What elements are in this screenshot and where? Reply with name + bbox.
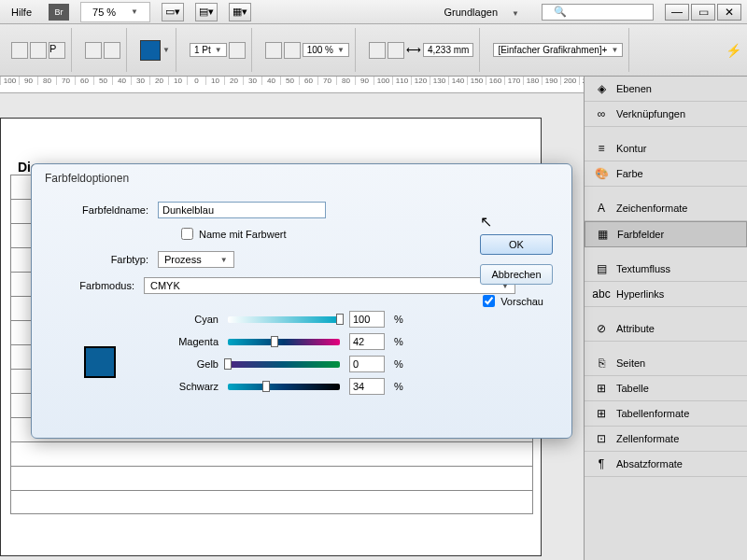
opacity-combo[interactable]: 100 %▼ bbox=[303, 43, 349, 57]
color-type-select[interactable]: Prozess▼ bbox=[158, 251, 234, 268]
swatch-name-input[interactable] bbox=[158, 202, 326, 218]
minimize-button[interactable]: — bbox=[665, 4, 689, 21]
panel-dock: ◈Ebenen∞Verknüpfungen≡Kontur🎨FarbeAZeich… bbox=[584, 77, 747, 560]
maximize-button[interactable]: ▭ bbox=[691, 4, 715, 21]
farbe-icon: 🎨 bbox=[594, 167, 609, 180]
fill-swatch[interactable] bbox=[140, 40, 161, 61]
panel-item-label: Seiten bbox=[616, 357, 645, 369]
arrange-button[interactable]: ▦▾ bbox=[229, 3, 251, 21]
verknüpfungen-icon: ∞ bbox=[594, 107, 609, 120]
tabelle-icon: ⊞ bbox=[594, 382, 609, 395]
swatch-options-dialog: Farbfeldoptionen Farbfeldname: Name mit … bbox=[31, 163, 572, 439]
panel-item-ebenen[interactable]: ◈Ebenen bbox=[585, 77, 747, 102]
distribute-icon[interactable] bbox=[104, 42, 120, 59]
ok-button[interactable]: OK bbox=[480, 234, 553, 255]
pct-label: % bbox=[394, 358, 403, 370]
ruler-tick: 10 bbox=[168, 77, 187, 85]
corner-icon[interactable] bbox=[284, 42, 301, 59]
ruler-tick: 160 bbox=[486, 77, 504, 85]
zoom-combo[interactable]: 75 %▼ bbox=[80, 2, 150, 22]
shape-tool-icon[interactable] bbox=[30, 42, 47, 59]
ruler-tick: 190 bbox=[542, 77, 560, 85]
panel-item-hyperlinks[interactable]: abcHyperlinks bbox=[585, 282, 747, 307]
ebenen-icon: ◈ bbox=[594, 82, 609, 95]
color-preview-swatch bbox=[84, 346, 116, 378]
panel-item-tabellenformate[interactable]: ⊞Tabellenformate bbox=[585, 401, 747, 427]
yellow-label: Gelb bbox=[162, 358, 218, 370]
search-icon: 🔍 bbox=[548, 4, 572, 20]
kontur-icon: ≡ bbox=[594, 142, 609, 155]
cyan-slider[interactable] bbox=[228, 316, 340, 323]
ruler-tick: 200 bbox=[560, 77, 579, 85]
cyan-input[interactable] bbox=[349, 311, 385, 328]
ruler-tick: 20 bbox=[224, 77, 243, 85]
magenta-input[interactable] bbox=[349, 333, 385, 350]
panel-item-label: Textumfluss bbox=[616, 263, 670, 274]
text-tool-icon[interactable]: P bbox=[49, 42, 65, 59]
panel-item-verknüpfungen[interactable]: ∞Verknüpfungen bbox=[585, 102, 747, 127]
ruler-tick: 80 bbox=[37, 77, 56, 85]
tabellenformate-icon: ⊞ bbox=[594, 407, 609, 420]
quick-apply-icon[interactable]: ⚡ bbox=[726, 43, 741, 58]
name-with-value-checkbox[interactable] bbox=[181, 228, 193, 240]
stroke-style-icon[interactable] bbox=[229, 42, 246, 59]
panel-item-label: Ebenen bbox=[616, 83, 652, 94]
ruler-tick: 100 bbox=[0, 77, 19, 85]
zeichenformate-icon: A bbox=[594, 202, 609, 215]
pct-label: % bbox=[394, 314, 403, 325]
ruler-tick: 30 bbox=[243, 77, 261, 85]
menu-help[interactable]: Hilfe bbox=[6, 5, 37, 20]
absatzformate-icon: ¶ bbox=[594, 457, 609, 470]
close-button[interactable]: ✕ bbox=[717, 4, 741, 21]
wrap2-icon[interactable] bbox=[388, 42, 404, 59]
panel-item-attribute[interactable]: ⊘Attribute bbox=[585, 316, 747, 342]
workspace-switcher[interactable]: Grundlagen ▼ bbox=[433, 5, 530, 20]
search-input[interactable]: 🔍 bbox=[542, 4, 654, 21]
selection-tool-icon[interactable] bbox=[11, 42, 28, 59]
panel-item-label: Verknüpfungen bbox=[616, 108, 685, 119]
pct-label: % bbox=[394, 381, 403, 392]
panel-item-textumfluss[interactable]: ▤Textumfluss bbox=[585, 257, 747, 282]
panel-item-zellenformate[interactable]: ⊡Zellenformate bbox=[585, 427, 747, 452]
panel-item-tabelle[interactable]: ⊞Tabelle bbox=[585, 376, 747, 401]
bridge-button[interactable]: Br bbox=[49, 4, 69, 21]
screen-mode-button[interactable]: ▭▾ bbox=[162, 3, 184, 21]
wrap-icon[interactable] bbox=[369, 42, 386, 59]
preview-label: Vorschau bbox=[500, 296, 543, 307]
black-slider[interactable] bbox=[228, 384, 340, 390]
ruler-tick: 70 bbox=[317, 77, 336, 85]
panel-item-farbe[interactable]: 🎨Farbe bbox=[585, 161, 747, 187]
cancel-button[interactable]: Abbrechen bbox=[480, 264, 553, 285]
ruler-tick: 60 bbox=[299, 77, 317, 85]
panel-item-label: Tabelle bbox=[616, 383, 649, 394]
preview-checkbox[interactable] bbox=[483, 295, 495, 307]
color-type-label: Farbtyp: bbox=[50, 254, 148, 265]
zellenformate-icon: ⊡ bbox=[594, 432, 609, 445]
zoom-value: 75 % bbox=[87, 5, 121, 20]
frame-preset-combo[interactable]: [Einfacher Grafikrahmen]+▼ bbox=[493, 43, 623, 57]
ruler-tick: 80 bbox=[336, 77, 355, 85]
value-combo[interactable]: 4,233 mm bbox=[423, 43, 473, 57]
panel-item-label: Farbfelder bbox=[617, 229, 664, 240]
view-options-button[interactable]: ▤▾ bbox=[195, 3, 218, 21]
table-row bbox=[10, 466, 533, 490]
panel-item-zeichenformate[interactable]: AZeichenformate bbox=[585, 196, 747, 221]
panel-item-farbfelder[interactable]: ▦Farbfelder bbox=[585, 221, 747, 247]
ruler-tick: 10 bbox=[205, 77, 224, 85]
color-mode-select[interactable]: CMYK▼ bbox=[144, 277, 515, 294]
fx-icon[interactable] bbox=[265, 42, 282, 59]
ruler-tick: 150 bbox=[467, 77, 486, 85]
black-input[interactable] bbox=[349, 378, 385, 395]
align-icon[interactable] bbox=[85, 42, 102, 59]
yellow-slider[interactable] bbox=[228, 361, 340, 368]
stroke-weight-combo[interactable]: 1 Pt▼ bbox=[190, 43, 227, 57]
control-panel: P ▼ 1 Pt▼ 100 %▼ ⟷ 4,233 mm [Einfacher G… bbox=[0, 24, 747, 77]
panel-item-label: Hyperlinks bbox=[616, 288, 664, 300]
table-row bbox=[10, 441, 533, 466]
yellow-input[interactable] bbox=[349, 356, 385, 372]
panel-item-kontur[interactable]: ≡Kontur bbox=[585, 136, 747, 161]
panel-item-seiten[interactable]: ⎘Seiten bbox=[585, 351, 747, 376]
magenta-slider[interactable] bbox=[228, 339, 340, 345]
ruler-tick: 40 bbox=[112, 77, 131, 85]
panel-item-absatzformate[interactable]: ¶Absatzformate bbox=[585, 452, 747, 477]
